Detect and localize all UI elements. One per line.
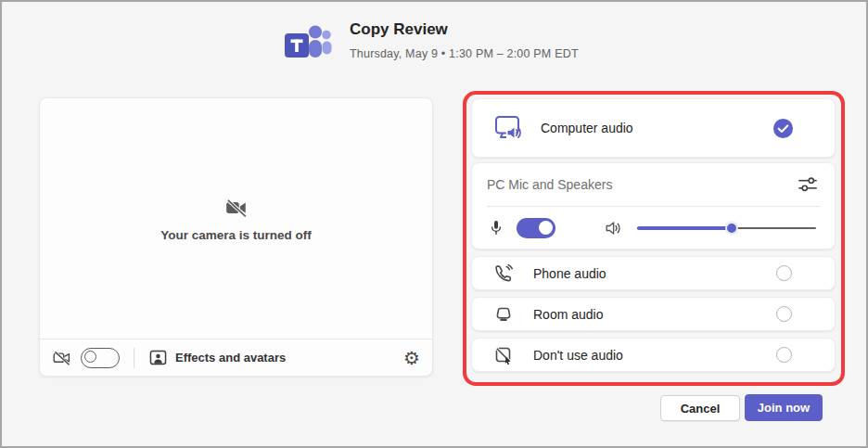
audio-option-phone[interactable]: Phone audio (471, 256, 836, 290)
speaker-icon (604, 218, 624, 238)
camera-off-icon (224, 196, 249, 220)
volume-slider[interactable] (637, 220, 816, 237)
effects-avatars-button[interactable]: Effects and avatars (175, 351, 286, 365)
camera-toolbar: Effects and avatars ⚙ (40, 339, 432, 376)
camera-off-small-icon (52, 348, 71, 367)
audio-option-no-audio[interactable]: Don't use audio (471, 338, 836, 372)
volume-slider-fill (637, 226, 732, 230)
cancel-button[interactable]: Cancel (660, 395, 740, 421)
teams-logo-icon (283, 22, 333, 65)
microphone-icon (487, 218, 505, 238)
computer-audio-icon (492, 114, 522, 142)
audio-device-name: PC Mic and Speakers (487, 177, 612, 192)
audio-option-label: Computer audio (541, 121, 633, 135)
camera-off-message: Your camera is turned off (160, 228, 312, 242)
audio-option-computer[interactable]: Computer audio (471, 98, 836, 158)
mic-volume-row (487, 207, 820, 249)
camera-preview-body: Your camera is turned off (40, 98, 432, 339)
toolbar-divider (134, 348, 134, 368)
selected-check-icon[interactable] (772, 118, 794, 139)
phone-audio-icon (492, 262, 515, 285)
pre-join-screen: Copy Review Thursday, May 9 • 1:30 PM – … (0, 0, 868, 448)
meeting-title: Copy Review (350, 20, 579, 39)
no-audio-icon (492, 344, 515, 366)
meeting-header: Copy Review Thursday, May 9 • 1:30 PM – … (283, 20, 579, 65)
camera-preview: Your camera is turned off Effects and av… (39, 97, 433, 377)
audio-option-label: Room audio (533, 307, 604, 322)
volume-slider-thumb[interactable] (725, 222, 738, 235)
phone-audio-radio[interactable] (776, 265, 792, 281)
camera-toggle[interactable] (81, 348, 120, 368)
device-settings-gear-icon[interactable]: ⚙ (403, 349, 420, 367)
audio-option-label: Don't use audio (533, 348, 623, 363)
room-audio-radio[interactable] (776, 306, 792, 322)
mic-toggle[interactable] (517, 218, 555, 238)
device-row: PC Mic and Speakers (487, 163, 820, 206)
join-now-button[interactable]: Join now (745, 394, 823, 421)
mic-toggle-knob (539, 221, 553, 235)
no-audio-radio[interactable] (776, 347, 792, 363)
device-settings-panel: PC Mic and Speakers (471, 162, 836, 250)
meeting-datetime: Thursday, May 9 • 1:30 PM – 2:00 PM EDT (350, 47, 579, 60)
effects-avatars-icon (148, 348, 168, 367)
audio-option-room[interactable]: Room audio (471, 297, 836, 331)
audio-option-label: Phone audio (533, 266, 606, 281)
audio-settings-sliders-icon[interactable] (796, 173, 820, 197)
camera-toggle-knob (84, 351, 96, 363)
room-audio-icon (492, 303, 515, 326)
